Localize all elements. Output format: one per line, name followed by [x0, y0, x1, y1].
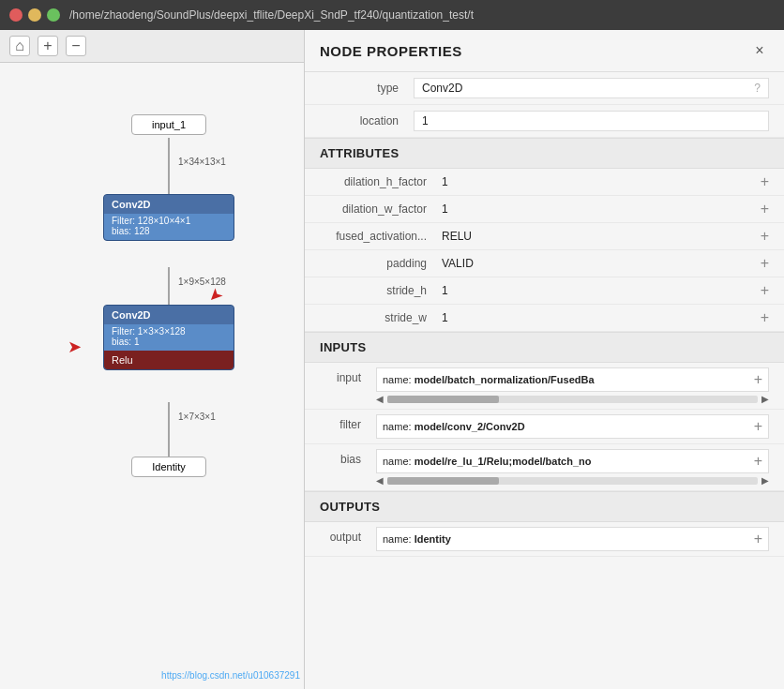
location-value-container: 1 — [414, 111, 769, 131]
type-value: Conv2D — [422, 82, 462, 95]
props-header: NODE PROPERTIES × — [305, 30, 784, 72]
window-title: /home/zhaodeng/SoundPlus/deepxi_tflite/D… — [69, 8, 474, 22]
attr-value-fused: RELU + — [442, 228, 769, 245]
edge-label-1: 1×34×13×1 — [178, 157, 226, 167]
scroll-track-input — [387, 396, 758, 403]
attr-value-padding: VALID + — [442, 255, 769, 272]
zoom-in-icon[interactable]: + — [38, 36, 58, 56]
red-arrow-left: ➤ — [68, 337, 82, 357]
location-row: location 1 — [305, 105, 784, 138]
plus-input[interactable]: + — [754, 371, 762, 388]
close-window-button[interactable] — [9, 8, 23, 22]
node-conv2d-1-title: Conv2D — [104, 195, 234, 214]
edge-label-2: 1×9×5×128 — [178, 277, 226, 287]
attr-value-stride-w: 1 + — [442, 309, 769, 326]
input-scroll-bias[interactable]: ◀ ▶ — [376, 475, 769, 486]
input-row-output: output name: Identity + — [305, 522, 784, 557]
graph-toolbar: ⌂ + − — [0, 30, 304, 63]
input-value-text-input: name: model/batch_normalization/FusedBa … — [376, 367, 769, 392]
scroll-right-input[interactable]: ▶ — [761, 394, 769, 404]
node-conv2d-2-relu: Relu — [104, 351, 234, 369]
scroll-right-bias[interactable]: ▶ — [761, 475, 769, 486]
node-conv2d-2[interactable]: Conv2D Filter: 1×3×3×128 bias: 1 Relu — [103, 305, 234, 370]
scroll-left-input[interactable]: ◀ — [376, 394, 384, 404]
input-value-container-output: name: Identity + — [376, 527, 769, 551]
home-icon[interactable]: ⌂ — [9, 36, 30, 56]
plus-dilation-h[interactable]: + — [761, 173, 769, 190]
location-value: 1 — [422, 114, 429, 127]
node-conv2d-2-filter: Filter: 1×3×3×128 — [112, 326, 226, 337]
minimize-window-button[interactable] — [28, 8, 41, 22]
type-value-container: Conv2D ? — [414, 78, 769, 98]
input-scroll-input[interactable]: ◀ ▶ — [376, 394, 769, 404]
attr-label-dilation-w: dilation_w_factor — [320, 202, 442, 216]
type-label: type — [320, 82, 414, 95]
main-content: ⌂ + − input_1 — [0, 30, 784, 689]
attributes-section-header: ATTRIBUTES — [305, 138, 784, 169]
input-value-text-bias: name: model/re_lu_1/Relu;model/batch_no … — [376, 449, 769, 473]
attr-row-stride-w: stride_w 1 + — [305, 305, 784, 332]
input-row-bias: bias name: model/re_lu_1/Relu;model/batc… — [305, 444, 784, 491]
attr-row-fused: fused_activation... RELU + — [305, 223, 784, 250]
watermark: https://blog.csdn.net/u010637291 — [161, 670, 300, 681]
input-value-container-bias: name: model/re_lu_1/Relu;model/batch_no … — [376, 449, 769, 486]
scroll-thumb-input — [387, 396, 499, 403]
plus-fused[interactable]: + — [761, 228, 769, 245]
node-conv2d-2-body: Filter: 1×3×3×128 bias: 1 — [104, 324, 234, 351]
plus-padding[interactable]: + — [761, 255, 769, 272]
attr-row-dilation-w: dilation_w_factor 1 + — [305, 196, 784, 223]
maximize-window-button[interactable] — [47, 8, 60, 22]
input-row-filter: filter name: model/conv_2/Conv2D + — [305, 410, 784, 444]
input-row-input: input name: model/batch_normalization/Fu… — [305, 363, 784, 410]
question-mark-icon: ? — [754, 82, 761, 95]
node-identity-label: Identity — [152, 461, 185, 472]
node-conv2d-1[interactable]: Conv2D Filter: 128×10×4×1 bias: 128 — [103, 194, 234, 241]
node-conv2d-2-bias: bias: 1 — [112, 337, 226, 347]
plus-filter[interactable]: + — [754, 418, 762, 435]
close-panel-button[interactable]: × — [750, 41, 769, 60]
node-conv2d-1-filter: Filter: 128×10×4×1 — [112, 216, 226, 226]
input-label-output: output — [320, 527, 376, 544]
props-panel: NODE PROPERTIES × type Conv2D ? location… — [305, 30, 784, 689]
attr-label-padding: padding — [320, 257, 442, 270]
attr-label-dilation-h: dilation_h_factor — [320, 175, 442, 188]
graph-canvas: input_1 1×34×13×1 Conv2D Filter: 128×10×… — [0, 63, 304, 682]
input-value-input: name: model/batch_normalization/FusedBa — [383, 374, 595, 385]
node-input1-label: input_1 — [152, 119, 186, 130]
title-bar: /home/zhaodeng/SoundPlus/deepxi_tflite/D… — [0, 0, 784, 30]
attr-row-padding: padding VALID + — [305, 250, 784, 277]
plus-stride-w[interactable]: + — [761, 309, 769, 326]
attr-row-stride-h: stride_h 1 + — [305, 277, 784, 305]
node-identity[interactable]: Identity — [131, 457, 206, 477]
scroll-left-bias[interactable]: ◀ — [376, 475, 384, 486]
input-value-bias: name: model/re_lu_1/Relu;model/batch_no — [383, 456, 592, 467]
input-value-filter: name: model/conv_2/Conv2D — [383, 421, 525, 432]
plus-stride-h[interactable]: + — [761, 282, 769, 299]
input-label-filter: filter — [320, 414, 376, 431]
input-value-text-output: name: Identity + — [376, 527, 769, 551]
input-label-bias: bias — [320, 449, 376, 466]
node-conv2d-1-bias: bias: 128 — [112, 226, 226, 236]
plus-bias[interactable]: + — [754, 453, 762, 470]
edge-label-3: 1×7×3×1 — [178, 412, 216, 422]
input-label-input: input — [320, 367, 376, 384]
node-conv2d-2-title: Conv2D — [104, 306, 234, 324]
input-value-container-input: name: model/batch_normalization/FusedBa … — [376, 367, 769, 404]
node-input1[interactable]: input_1 — [131, 114, 206, 135]
location-label: location — [320, 114, 414, 127]
attr-value-dilation-h: 1 + — [442, 173, 769, 190]
scroll-track-bias — [387, 477, 758, 485]
graph-panel: ⌂ + − input_1 — [0, 30, 305, 689]
window-controls — [9, 8, 60, 22]
attr-label-stride-w: stride_w — [320, 311, 442, 324]
attr-label-fused: fused_activation... — [320, 230, 442, 243]
attr-row-dilation-h: dilation_h_factor 1 + — [305, 169, 784, 196]
props-title: NODE PROPERTIES — [320, 43, 462, 59]
input-value-output: name: Identity — [383, 533, 451, 545]
connector-svg — [0, 63, 304, 682]
attr-value-stride-h: 1 + — [442, 282, 769, 299]
zoom-out-icon[interactable]: − — [66, 36, 86, 56]
outputs-section-header: OUTPUTS — [305, 491, 784, 522]
plus-output[interactable]: + — [754, 531, 762, 547]
plus-dilation-w[interactable]: + — [761, 201, 769, 217]
